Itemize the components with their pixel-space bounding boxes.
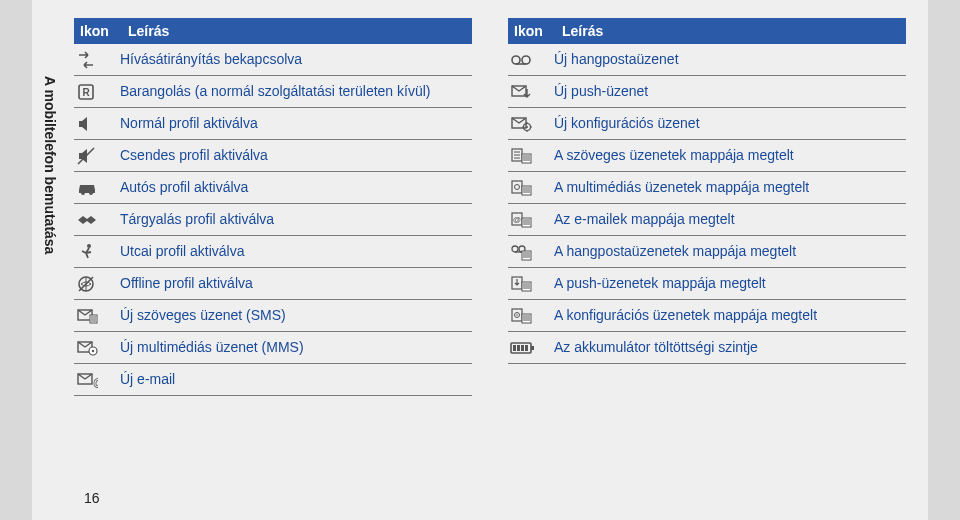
row-desc: Új multimédiás üzenet (MMS): [120, 339, 470, 357]
car-icon: [76, 179, 120, 197]
svg-point-15: [92, 349, 94, 351]
table-row: Hívásátirányítás bekapcsolva: [74, 44, 472, 76]
push-msg-icon: [510, 83, 554, 101]
push-full-icon: [510, 275, 554, 293]
svg-rect-68: [521, 345, 524, 351]
table-row: Új multimédiás üzenet (MMS): [74, 332, 472, 364]
table-row: R Barangolás (a normál szolgáltatási ter…: [74, 76, 472, 108]
row-desc: Utcai profil aktiválva: [120, 243, 470, 261]
voicemail-icon: [510, 52, 554, 68]
table-row: Offline profil aktiválva: [74, 268, 472, 300]
email-new-icon: @: [76, 371, 120, 389]
table-row: A hangpostaüzenetek mappája megtelt: [508, 236, 906, 268]
left-header: Ikon Leírás: [74, 18, 472, 44]
handshake-icon: [76, 211, 120, 229]
svg-rect-33: [512, 181, 522, 193]
side-section-label: A mobiltelefon bemutatása: [42, 76, 58, 254]
right-table: Ikon Leírás Új hangpostaüzenet Új push-ü…: [508, 18, 906, 396]
svg-point-18: [512, 56, 520, 64]
row-desc: Új hangpostaüzenet: [554, 51, 904, 69]
roaming-icon: R: [76, 82, 120, 102]
header-ikon: Ikon: [514, 23, 562, 39]
row-desc: Az akkumulátor töltöttségi szintje: [554, 339, 904, 357]
table-row: Utcai profil aktiválva: [74, 236, 472, 268]
mms-full-icon: [510, 179, 554, 197]
battery-icon: [510, 341, 554, 355]
speaker-icon: [76, 114, 120, 134]
table-row: A multimédiás üzenetek mappája megtelt: [508, 172, 906, 204]
table-row: Autós profil aktiválva: [74, 172, 472, 204]
header-leiras: Leírás: [562, 23, 603, 39]
table-row: Új push-üzenet: [508, 76, 906, 108]
row-desc: A szöveges üzenetek mappája megtelt: [554, 147, 904, 165]
offline-icon: [76, 274, 120, 294]
row-desc: Hívásátirányítás bekapcsolva: [120, 51, 470, 69]
row-desc: Autós profil aktiválva: [120, 179, 470, 197]
svg-point-4: [89, 191, 93, 195]
table-row: Új konfigurációs üzenet: [508, 108, 906, 140]
row-desc: Csendes profil aktiválva: [120, 147, 470, 165]
row-desc: A push-üzenetek mappája megtelt: [554, 275, 904, 293]
speaker-mute-icon: [76, 146, 120, 166]
svg-rect-66: [513, 345, 516, 351]
sms-icon: [76, 307, 120, 325]
svg-point-3: [81, 191, 85, 195]
call-forward-icon: [76, 50, 120, 70]
svg-rect-69: [525, 345, 528, 351]
row-desc: Normál profil aktiválva: [120, 115, 470, 133]
config-msg-icon: [510, 115, 554, 133]
voicemail-full-icon: [510, 243, 554, 261]
table-row: Az akkumulátor töltöttségi szintje: [508, 332, 906, 364]
svg-text:@: @: [513, 215, 521, 224]
row-desc: Új e-mail: [120, 371, 470, 389]
sms-full-icon: [510, 147, 554, 165]
table-row: A konfigurációs üzenetek mappája megtelt: [508, 300, 906, 332]
mms-icon: [76, 339, 120, 357]
svg-point-5: [87, 244, 91, 248]
page-number: 16: [84, 490, 100, 506]
email-full-icon: @: [510, 211, 554, 229]
row-desc: Barangolás (a normál szolgáltatási terül…: [120, 83, 470, 101]
row-desc: A multimédiás üzenetek mappája megtelt: [554, 179, 904, 197]
row-desc: A konfigurációs üzenetek mappája megtelt: [554, 307, 904, 325]
table-row: Normál profil aktiválva: [74, 108, 472, 140]
table-row: A push-üzenetek mappája megtelt: [508, 268, 906, 300]
row-desc: Tárgyalás profil aktiválva: [120, 211, 470, 229]
table-row: Csendes profil aktiválva: [74, 140, 472, 172]
svg-point-45: [512, 246, 518, 252]
runner-icon: [76, 242, 120, 262]
svg-point-59: [516, 314, 518, 316]
svg-point-19: [522, 56, 530, 64]
table-row: @ Az e-mailek mappája megtelt: [508, 204, 906, 236]
row-desc: Offline profil aktiválva: [120, 275, 470, 293]
svg-point-34: [515, 184, 520, 189]
row-desc: Új szöveges üzenet (SMS): [120, 307, 470, 325]
table-row: @ Új e-mail: [74, 364, 472, 396]
svg-rect-67: [517, 345, 520, 351]
header-leiras: Leírás: [128, 23, 169, 39]
svg-text:@: @: [93, 377, 98, 388]
table-row: Új szöveges üzenet (SMS): [74, 300, 472, 332]
svg-rect-65: [531, 346, 534, 350]
right-header: Ikon Leírás: [508, 18, 906, 44]
row-desc: Új push-üzenet: [554, 83, 904, 101]
row-desc: Az e-mailek mappája megtelt: [554, 211, 904, 229]
table-row: Új hangpostaüzenet: [508, 44, 906, 76]
left-table: Ikon Leírás Hívásátirányítás bekapcsolva…: [74, 18, 472, 396]
header-ikon: Ikon: [80, 23, 128, 39]
row-desc: Új konfigurációs üzenet: [554, 115, 904, 133]
table-row: A szöveges üzenetek mappája megtelt: [508, 140, 906, 172]
svg-point-24: [526, 126, 528, 128]
svg-text:R: R: [82, 87, 90, 98]
row-desc: A hangpostaüzenetek mappája megtelt: [554, 243, 904, 261]
table-row: Tárgyalás profil aktiválva: [74, 204, 472, 236]
config-full-icon: [510, 307, 554, 325]
